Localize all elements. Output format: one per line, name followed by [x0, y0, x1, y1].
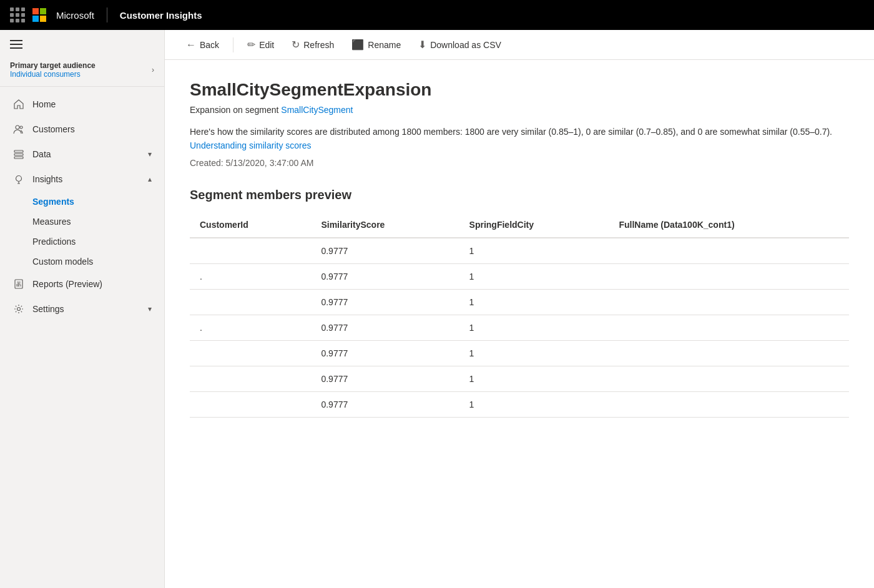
sidebar-item-data[interactable]: Data ▾ [0, 142, 164, 167]
sidebar-item-custom-models[interactable]: Custom models [0, 252, 164, 272]
table-row: 0.9777 1 [190, 366, 849, 391]
back-icon: ← [186, 39, 196, 51]
cell-fullname [609, 238, 849, 264]
cell-customer-id [190, 289, 311, 315]
cell-city: 1 [459, 263, 609, 289]
svg-rect-4 [14, 157, 23, 159]
cell-fullname [609, 366, 849, 391]
section-title: Segment members preview [190, 188, 849, 202]
insights-icon [12, 173, 25, 185]
rename-label: Rename [368, 40, 401, 50]
table-row: 0.9777 1 [190, 289, 849, 315]
sidebar-item-settings-label: Settings [32, 304, 64, 314]
settings-chevron-icon: ▾ [148, 305, 152, 313]
cell-customer-id [190, 340, 311, 366]
toolbar-divider [233, 37, 233, 52]
table-row: 0.9777 1 [190, 238, 849, 264]
cell-fullname [609, 391, 849, 417]
table-row: . 0.9777 1 [190, 263, 849, 289]
home-icon [12, 98, 25, 110]
col-similarity-score: SimilarityScore [311, 212, 459, 238]
sidebar-item-home[interactable]: Home [0, 92, 164, 117]
cell-fullname [609, 289, 849, 315]
download-button[interactable]: ⬇ Download as CSV [412, 35, 508, 54]
sidebar-item-customers-label: Customers [32, 124, 75, 134]
data-icon [12, 148, 25, 160]
cell-city: 1 [459, 315, 609, 340]
topbar-divider [107, 7, 107, 22]
svg-rect-9 [20, 285, 21, 287]
sidebar-item-measures[interactable]: Measures [0, 212, 164, 232]
table-row: . 0.9777 1 [190, 315, 849, 340]
similarity-link[interactable]: Understanding similarity scores [190, 140, 312, 150]
sidebar-item-reports[interactable]: Reports (Preview) [0, 272, 164, 296]
refresh-button[interactable]: ↻ Refresh [285, 35, 340, 54]
hamburger-button[interactable] [0, 30, 164, 54]
refresh-label: Refresh [303, 40, 334, 50]
topbar: Microsoft Customer Insights [0, 0, 874, 30]
cell-customer-id [190, 238, 311, 264]
back-button[interactable]: ← Back [180, 36, 225, 54]
brand-name: Microsoft [56, 10, 94, 21]
svg-rect-2 [14, 150, 23, 152]
members-table: CustomerId SimilarityScore SpringFieldCi… [190, 212, 849, 418]
sidebar-item-insights-label: Insights [32, 174, 62, 184]
audience-selector[interactable]: Primary target audience Individual consu… [0, 54, 164, 87]
audience-value: Individual consumers [10, 70, 96, 79]
cell-similarity: 0.9777 [311, 289, 459, 315]
sidebar-item-segments-label: Segments [32, 197, 74, 207]
table-row: 0.9777 1 [190, 391, 849, 417]
svg-point-10 [17, 308, 21, 311]
waffle-menu[interactable] [10, 7, 25, 22]
app-title: Customer Insights [120, 10, 202, 21]
cell-fullname [609, 263, 849, 289]
description-text: Here's how the similarity scores are dis… [190, 125, 849, 153]
audience-chevron-icon: › [152, 66, 154, 74]
back-label: Back [200, 40, 219, 50]
hamburger-icon [10, 40, 154, 49]
main-layout: Primary target audience Individual consu… [0, 30, 874, 588]
data-chevron-icon: ▾ [148, 150, 152, 159]
sidebar-item-settings[interactable]: Settings ▾ [0, 296, 164, 321]
svg-point-5 [16, 176, 22, 182]
settings-icon [12, 303, 25, 315]
audience-info: Primary target audience Individual consu… [10, 61, 96, 79]
svg-point-1 [20, 126, 22, 129]
cell-customer-id: . [190, 315, 311, 340]
svg-rect-3 [14, 154, 23, 155]
sidebar-item-customers[interactable]: Customers [0, 117, 164, 142]
cell-city: 1 [459, 366, 609, 391]
col-springfield-city: SpringFieldCity [459, 212, 609, 238]
toolbar: ← Back ✏ Edit ↻ Refresh ⬛ Rename ⬇ Downl… [165, 30, 874, 60]
sidebar-item-segments[interactable]: Segments [0, 192, 164, 212]
content-area: ← Back ✏ Edit ↻ Refresh ⬛ Rename ⬇ Downl… [165, 30, 874, 588]
refresh-icon: ↻ [292, 39, 300, 51]
microsoft-logo [32, 8, 46, 22]
page-title: SmallCitySegmentExpansion [190, 80, 849, 100]
expansion-link[interactable]: SmallCitySegment [281, 105, 353, 115]
reports-icon [12, 278, 25, 290]
sidebar-item-predictions-label: Predictions [32, 237, 76, 247]
cell-similarity: 0.9777 [311, 391, 459, 417]
cell-city: 1 [459, 340, 609, 366]
svg-point-0 [16, 125, 19, 129]
svg-rect-7 [16, 284, 17, 287]
cell-similarity: 0.9777 [311, 263, 459, 289]
customers-icon [12, 123, 25, 135]
edit-icon: ✏ [247, 39, 255, 51]
cell-similarity: 0.9777 [311, 340, 459, 366]
cell-similarity: 0.9777 [311, 315, 459, 340]
sidebar-item-reports-label: Reports (Preview) [32, 279, 102, 289]
cell-customer-id: . [190, 263, 311, 289]
edit-button[interactable]: ✏ Edit [241, 35, 280, 54]
table-row: 0.9777 1 [190, 340, 849, 366]
audience-label: Primary target audience [10, 61, 96, 70]
col-fullname: FullName (Data100K_cont1) [609, 212, 849, 238]
rename-button[interactable]: ⬛ Rename [345, 35, 407, 54]
sidebar-item-insights[interactable]: Insights ▴ [0, 167, 164, 192]
svg-rect-8 [18, 283, 19, 287]
sidebar-item-predictions[interactable]: Predictions [0, 232, 164, 252]
rename-icon: ⬛ [351, 39, 364, 51]
cell-similarity: 0.9777 [311, 366, 459, 391]
cell-fullname [609, 315, 849, 340]
